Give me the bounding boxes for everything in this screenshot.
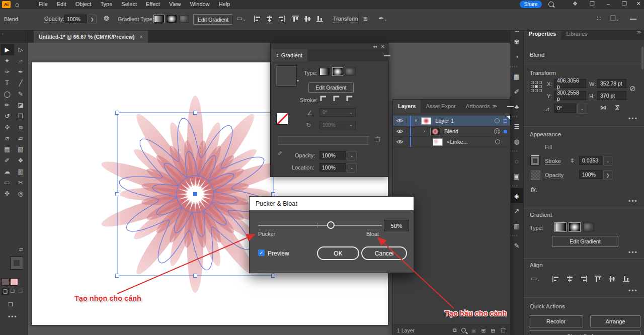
target-circle-icon[interactable]	[495, 139, 500, 144]
align-horizontal-center-icon[interactable]	[266, 15, 273, 24]
align-horizontal-left-icon[interactable]	[552, 275, 559, 284]
share-button[interactable]: Share	[520, 1, 542, 8]
align-to-selection-icon[interactable]: ▭⌄	[236, 15, 246, 22]
direct-selection-tool-icon[interactable]: ▷	[14, 44, 28, 55]
menu-view[interactable]: View	[165, 0, 186, 8]
transform-more-dots[interactable]: •••	[628, 115, 638, 122]
align-horizontal-right-icon[interactable]	[278, 15, 285, 24]
new-sublayer-icon[interactable]: ⊞	[481, 327, 486, 333]
target-circle-icon[interactable]	[495, 118, 500, 123]
workspace-switcher-icon[interactable]: ❖	[570, 1, 581, 7]
edit-gradient-button[interactable]: Edit Gradient	[308, 82, 354, 93]
opacity-label[interactable]: Opacity	[545, 172, 564, 179]
dialog-title[interactable]: Pucker & Bloat	[250, 197, 414, 210]
constrain-proportions-icon[interactable]: ⊘	[629, 84, 636, 93]
layer-name[interactable]: <Linke...	[447, 139, 468, 145]
y-input[interactable]: 300.2558 p	[554, 91, 586, 100]
layer-thumbnail[interactable]	[421, 117, 431, 125]
layers-panel-icon[interactable]: ◈	[510, 188, 524, 203]
asset-export-panel-icon[interactable]: ↗	[510, 203, 524, 218]
line-segment-tool-icon[interactable]: ╱	[14, 77, 28, 89]
document-setup-icon[interactable]: ❐⌄	[610, 15, 619, 22]
color-button[interactable]	[2, 278, 10, 286]
opacity-input[interactable]: 100%	[579, 170, 602, 179]
close-button[interactable]: ✕	[633, 1, 644, 7]
linear-type-swatch[interactable]	[555, 223, 566, 231]
align-horizontal-left-icon[interactable]	[254, 15, 261, 24]
column-graph-tool-icon[interactable]: ▥	[14, 166, 28, 177]
stroke-width-chevron[interactable]: ⌄	[603, 156, 612, 166]
stroke-swatch[interactable]	[11, 257, 23, 269]
stroke-within-icon[interactable]	[319, 95, 328, 103]
appearance-panel-icon[interactable]: ▣	[510, 169, 524, 184]
tab-close-icon[interactable]: ×	[140, 34, 143, 40]
gradient-tool-icon[interactable]: ▧	[14, 144, 28, 155]
color-guide-panel-icon[interactable]: ◔	[510, 49, 524, 64]
app-logo-icon[interactable]: Ai	[2, 1, 11, 8]
screen-mode-icon[interactable]: ❐	[8, 301, 13, 308]
layer-thumbnail[interactable]	[433, 138, 443, 146]
recolor-artwork-icon[interactable]: ❂	[104, 15, 109, 22]
effect-slider-knob[interactable]	[327, 221, 335, 229]
slice-tool-icon[interactable]: ✂	[14, 177, 28, 188]
curvature-tool-icon[interactable]: ✑	[1, 66, 14, 77]
flip-horizontal-icon[interactable]: ⋈	[600, 104, 606, 111]
align-vertical-center-icon[interactable]	[304, 15, 311, 24]
collapse-panel-icon[interactable]: ◂◂	[373, 44, 377, 49]
width-tool-icon[interactable]: ✣	[1, 122, 14, 133]
menu-object[interactable]: Object	[71, 0, 96, 8]
flip-vertical-icon[interactable]: ⋈	[614, 105, 621, 111]
opacity-swatch-icon[interactable]	[531, 171, 540, 180]
align-vertical-bottom-icon[interactable]	[622, 275, 630, 284]
search-icon[interactable]	[548, 2, 554, 8]
menu-window[interactable]: Window	[186, 0, 214, 8]
edit-toolbar-dots[interactable]: •••	[8, 313, 18, 320]
opacity-chevron[interactable]: ❯	[603, 170, 612, 180]
layer-row-layer1[interactable]: ˅ Layer 1	[393, 116, 510, 126]
linear-gradient-swatch[interactable]	[154, 15, 164, 23]
visibility-eye-icon[interactable]	[393, 118, 407, 123]
opacity-input[interactable]: 100%	[64, 15, 87, 23]
stroke-panel-icon[interactable]: ☰	[510, 119, 524, 134]
appearance-more-dots[interactable]: •••	[628, 198, 638, 205]
layers-tab[interactable]: Layers	[393, 100, 421, 113]
gradient-panel-tab[interactable]: ⇕ Gradient	[271, 49, 307, 61]
paintbrush-tool-icon[interactable]: ✎	[14, 89, 28, 100]
align-vertical-center-icon[interactable]	[608, 275, 616, 284]
swap-fill-stroke-icon[interactable]: ⇄	[19, 247, 23, 252]
draw-normal-icon[interactable]: ❏	[2, 288, 9, 295]
blend-options-button[interactable]: Blend Options	[529, 330, 640, 335]
arrange-documents-icon[interactable]: ❐	[587, 1, 598, 7]
eyedropper-icon[interactable]: ✎	[276, 151, 283, 156]
stroke-color-swatch[interactable]	[531, 156, 539, 165]
selection-indicator[interactable]	[504, 130, 507, 133]
bounding-box-icon[interactable]: ⧈	[363, 15, 367, 22]
perspective-grid-tool-icon[interactable]: ▱	[14, 133, 28, 144]
menu-type[interactable]: Type	[96, 0, 117, 8]
draw-behind-icon[interactable]: ❏	[10, 288, 15, 294]
visibility-eye-icon[interactable]	[393, 139, 407, 144]
touch-workspace-icon[interactable]: ∷	[597, 15, 601, 22]
menu-select[interactable]: Select	[117, 0, 141, 8]
ok-button[interactable]: OK	[317, 246, 359, 260]
visibility-eye-icon[interactable]	[393, 129, 407, 134]
radial-type-swatch[interactable]	[333, 68, 343, 75]
effect-slider-track[interactable]	[258, 225, 382, 226]
gradient-slider[interactable]	[278, 136, 369, 145]
zoom-tool-icon[interactable]: ◎	[14, 188, 28, 199]
stroke-width-input[interactable]: 0.0353	[579, 156, 602, 165]
type-tool-icon[interactable]: T	[1, 77, 14, 89]
preview-checkbox[interactable]: ✓	[258, 249, 265, 256]
stop-opacity-chevron[interactable]: ⌄	[347, 151, 357, 160]
blend-tool-icon[interactable]: ❖	[14, 155, 28, 166]
arrange-button[interactable]: Arrange	[590, 315, 640, 327]
color-panel-icon[interactable]: ✾	[510, 34, 524, 49]
transparency-panel-icon[interactable]: ◌	[510, 153, 524, 169]
menu-help[interactable]: Help	[214, 0, 235, 8]
minimize-button[interactable]: –	[603, 1, 614, 7]
swatches-panel-icon[interactable]: ▦	[510, 69, 524, 84]
opacity-label[interactable]: Opacity:	[44, 16, 64, 23]
layer-name[interactable]: Layer 1	[435, 118, 454, 124]
layer-row-linked[interactable]: <Linke...	[393, 137, 510, 147]
menu-edit[interactable]: Edit	[52, 0, 71, 8]
